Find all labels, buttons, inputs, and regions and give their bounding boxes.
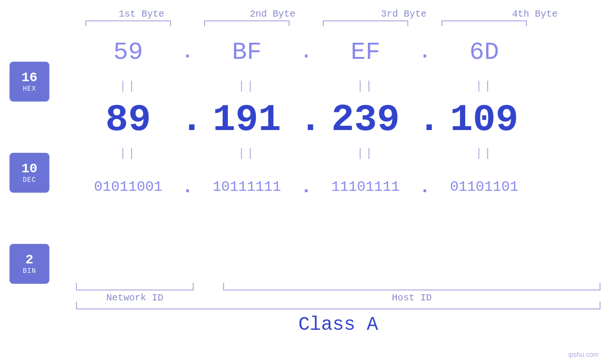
network-bracket-box (76, 283, 194, 290)
eq-6: || (195, 147, 299, 160)
dec-values: 89 . 191 . 239 . 109 (76, 98, 601, 141)
base-labels: 16 HEX 10 DEC 2 BIN (9, 62, 49, 284)
bin-name: BIN (23, 267, 36, 275)
bin-num: 2 (26, 253, 34, 268)
bin-byte-2: 10111111 (195, 179, 299, 195)
dec-row: 89 . 191 . 239 . 109 (66, 93, 601, 146)
bin-badge: 2 BIN (9, 244, 49, 284)
hex-name: HEX (23, 85, 36, 93)
dot-bin-2: . (299, 177, 313, 198)
eq-4: || (432, 80, 536, 93)
class-label: Class A (76, 309, 601, 337)
main-container: 16 HEX 10 DEC 2 BIN 1st Byte 2nd Byte 3r… (0, 0, 610, 364)
dec-byte-1: 89 (76, 98, 180, 141)
hex-row: 59 . BF . EF . 6D (66, 26, 601, 78)
byte-header-1: 1st Byte (89, 9, 194, 19)
dec-byte-4: 109 (432, 98, 536, 141)
content-area: 1st Byte 2nd Byte 3rd Byte 4th Byte (66, 0, 601, 213)
dec-name: DEC (23, 176, 36, 184)
byte-header-4: 4th Byte (483, 9, 587, 19)
hex-byte-3: EF (313, 38, 418, 66)
bin-byte-1: 01011001 (76, 179, 180, 195)
eq-3: || (313, 80, 418, 93)
byte-headers: 1st Byte 2nd Byte 3rd Byte 4th Byte (76, 0, 601, 19)
hex-num: 16 (21, 71, 38, 85)
dec-num: 10 (21, 162, 38, 177)
dec-byte-2: 191 (195, 98, 299, 141)
dot-bin-1: . (180, 177, 195, 198)
byte-header-3: 3rd Byte (352, 9, 456, 19)
network-id-label: Network ID (76, 290, 194, 303)
eq-2: || (195, 80, 299, 93)
byte-header-2: 2nd Byte (220, 9, 325, 19)
equals-row-1: || || || || (76, 78, 601, 93)
dot-hex-2: . (299, 42, 313, 63)
dec-badge: 10 DEC (9, 153, 49, 193)
hex-byte-1: 59 (76, 38, 180, 66)
hex-byte-4: 6D (432, 38, 536, 66)
hex-values: 59 . BF . EF . 6D (76, 38, 601, 66)
full-bracket-box (76, 302, 601, 309)
full-bracket: Class A (76, 302, 601, 337)
hex-byte-2: BF (195, 38, 299, 66)
dot-hex-3: . (418, 42, 432, 63)
host-id-bracket: Host ID (223, 283, 601, 303)
hex-badge: 16 HEX (9, 62, 49, 102)
dot-hex-1: . (180, 42, 195, 63)
eq-5: || (76, 147, 180, 160)
watermark: ipshu.com (568, 351, 599, 358)
bin-row: 01011001 . 10111111 . 11101111 . 0110110… (66, 161, 601, 213)
host-bracket-box (223, 283, 601, 290)
dot-dec-2: . (299, 98, 313, 141)
bin-byte-4: 01101101 (432, 179, 536, 195)
bin-values: 01011001 . 10111111 . 11101111 . 0110110… (76, 177, 601, 198)
equals-row-2: || || || || (76, 146, 601, 161)
dot-dec-1: . (180, 98, 195, 141)
eq-1: || (76, 80, 180, 93)
bin-byte-3: 11101111 (313, 179, 418, 195)
eq-8: || (432, 147, 536, 160)
dot-bin-3: . (418, 177, 432, 198)
dot-dec-3: . (418, 98, 432, 141)
network-id-bracket: Network ID (76, 283, 194, 303)
eq-7: || (313, 147, 418, 160)
host-id-label: Host ID (223, 290, 601, 303)
dec-byte-3: 239 (313, 98, 418, 141)
